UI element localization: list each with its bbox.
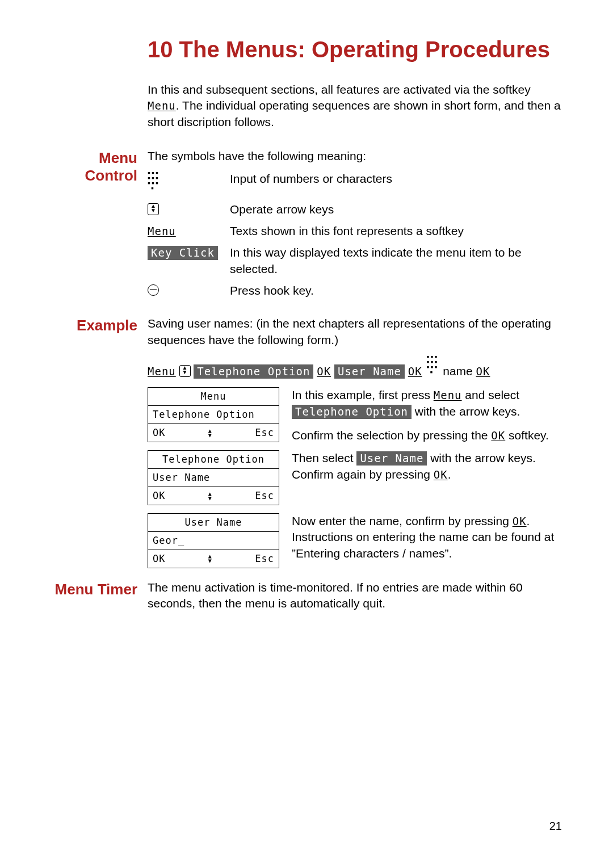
section-heading-menu-timer: Menu Timer	[51, 580, 148, 598]
intro-text-b: . The individual operating sequences are…	[148, 99, 561, 128]
seq-arrow-icon: ▲▼	[179, 365, 191, 377]
example-desc-3: Now enter the name, confirm by pressing …	[292, 513, 562, 561]
seq-softkey-ok-1: OK	[317, 365, 331, 378]
symbol-desc-softkey: Texts shown in this font represents a so…	[230, 223, 464, 239]
lcd-screen: User Name Geor_ OK ▲▼ Esc	[148, 513, 279, 568]
operating-sequence: Menu ▲▼ Telephone Option OK User Name OK…	[148, 355, 562, 379]
menuitem-username-inline: User Name	[356, 451, 427, 466]
page-number: 21	[549, 819, 562, 834]
symbol-desc-hook: Press hook key.	[230, 283, 314, 299]
lcd-screen: Menu Telephone Option OK ▲▼ Esc	[148, 387, 279, 442]
menu-control-lead: The symbols have the following meaning:	[148, 148, 562, 164]
lcd-arrow-icon: ▲▼	[208, 429, 212, 438]
softkey-ok-inline: OK	[491, 429, 505, 442]
seq-menuitem-telopt: Telephone Option	[194, 364, 313, 379]
menu-timer-text: The menu activation is time-monitored. I…	[148, 580, 562, 612]
keypad-icon: ▪▪▪▪▪▪▪▪▪ ▪	[148, 171, 230, 195]
example-desc-2: Then select User Name with the arrow key…	[292, 450, 562, 483]
arrow-key-icon: ▲▼	[148, 202, 230, 217]
softkey-menu-inline: Menu	[148, 99, 176, 112]
softkey-menu-inline: Menu	[434, 389, 462, 401]
section-heading-menu-control: Menu Control	[51, 148, 148, 184]
section-heading-example: Example	[51, 316, 148, 334]
softkey-ok-inline: OK	[513, 515, 527, 527]
lcd-esc: Esc	[255, 426, 274, 439]
lcd-esc: Esc	[255, 552, 274, 565]
symbol-desc-menuitem: In this way displayed texts indicate the…	[230, 245, 562, 277]
lcd-ok: OK	[153, 489, 165, 502]
symbol-desc-arrows: Operate arrow keys	[230, 202, 334, 217]
page-title: 10 The Menus: Operating Procedures	[51, 34, 562, 65]
seq-softkey-menu: Menu	[148, 365, 176, 378]
seq-softkey-ok-3: OK	[476, 365, 490, 378]
seq-menuitem-username: User Name	[334, 364, 405, 379]
seq-text-name: name	[439, 364, 476, 378]
lcd-arrow-icon: ▲▼	[208, 492, 212, 501]
softkey-ok-inline: OK	[434, 468, 448, 481]
lcd-screen: Telephone Option User Name OK ▲▼ Esc	[148, 450, 279, 505]
intro-paragraph: In this and subsequent sections, all fea…	[148, 82, 562, 130]
example-lead: Saving user names: (in the next chapters…	[148, 316, 562, 348]
lcd-line: User Name	[153, 471, 210, 484]
example-desc-1b: Confirm the selection by pressing the OK…	[292, 427, 562, 443]
lcd-title: Telephone Option	[162, 453, 264, 466]
lcd-ok: OK	[153, 552, 165, 565]
lcd-title: User Name	[184, 516, 242, 529]
symbol-desc-input: Input of numbers or characters	[230, 171, 392, 187]
lcd-title: Menu	[201, 390, 226, 403]
intro-text-a: In this and subsequent sections, all fea…	[148, 83, 531, 96]
lcd-line: Geor_	[153, 534, 184, 547]
softkey-sample: Menu	[148, 225, 176, 237]
seq-keypad-icon: ▪▪▪▪▪▪▪▪▪ ▪	[427, 354, 439, 375]
hook-icon	[148, 283, 230, 299]
menu-item-sample: Key Click	[148, 246, 218, 260]
lcd-ok: OK	[153, 426, 165, 439]
lcd-arrow-icon: ▲▼	[208, 554, 212, 563]
menuitem-telopt-inline: Telephone Option	[292, 405, 412, 419]
example-desc-1: In this example, first press Menu and se…	[292, 387, 562, 420]
seq-softkey-ok-2: OK	[408, 365, 422, 378]
lcd-esc: Esc	[255, 489, 274, 502]
lcd-line: Telephone Option	[153, 408, 255, 421]
